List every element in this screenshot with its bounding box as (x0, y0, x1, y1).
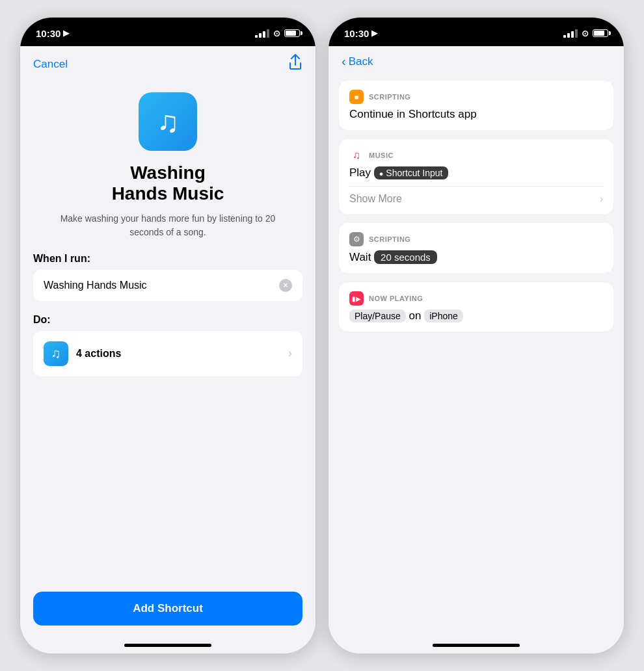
clear-button[interactable]: × (279, 279, 292, 292)
bar2r (567, 33, 570, 38)
left-phone: 10:30 ▶ ⊙ Cancel (20, 17, 316, 654)
category-label-wait: SCRIPTING (369, 235, 410, 243)
add-shortcut-button[interactable]: Add Shortcut (33, 592, 302, 625)
shortcut-input-label: Shortcut Input (386, 168, 442, 178)
bar1r (563, 35, 566, 38)
action-header-music: ♫ MUSIC (349, 148, 603, 163)
show-more-row[interactable]: Show More › (349, 193, 603, 205)
wait-value-pill[interactable]: 20 seconds (374, 250, 437, 264)
action-header-continue: ■ SCRIPTING (349, 90, 603, 104)
back-label: Back (349, 55, 373, 68)
battery-fill-left (286, 31, 296, 36)
action-card-wait[interactable]: ⚙ SCRIPTING Wait 20 seconds (339, 223, 613, 273)
app-title: WashingHands Music (112, 163, 224, 204)
back-chevron-icon: ‹ (342, 54, 346, 69)
wifi-icon-right: ⊙ (582, 29, 589, 38)
shortcut-name-value: Washing Hands Music (44, 280, 147, 291)
status-right-left: ⊙ (255, 29, 300, 38)
scripting-icon-wait: ⚙ (349, 232, 364, 246)
right-nav: ‹ Back (329, 46, 624, 74)
bar3 (263, 31, 265, 38)
action-header-wait: ⚙ SCRIPTING (349, 232, 603, 246)
action-header-now-playing: ▮▶ NOW PLAYING (349, 291, 603, 306)
share-button[interactable] (288, 54, 302, 74)
gear-icon: ⚙ (353, 235, 360, 244)
shortcut-name-input[interactable]: Washing Hands Music × (33, 270, 302, 301)
show-more-label: Show More (349, 193, 402, 205)
do-label: Do: (33, 314, 302, 326)
battery-fill-right (594, 31, 604, 36)
action-title-continue: Continue in Shortcuts app (349, 108, 603, 121)
wait-label: Wait (349, 251, 374, 263)
when-i-run-section: When I run: Washing Hands Music × Do: ♫ … (20, 253, 315, 396)
iphone-pill[interactable]: iPhone (424, 309, 463, 322)
actions-left: ♫ 4 actions (44, 341, 121, 366)
home-indicator-right (433, 644, 520, 647)
actions-chevron-icon: › (288, 347, 292, 360)
battery-left (284, 29, 300, 37)
music-category-icon: ♫ (349, 148, 364, 163)
status-left: 10:30 ▶ (36, 28, 69, 39)
right-phone: 10:30 ▶ ⊙ ‹ B (328, 17, 624, 654)
play-pause-pill[interactable]: Play/Pause (349, 309, 406, 322)
category-label-now-playing: NOW PLAYING (369, 295, 423, 302)
home-indicator-left (124, 644, 211, 647)
actions-icon-bg: ♫ (44, 341, 68, 366)
music-note-category-icon: ♫ (353, 150, 360, 161)
play-label: Play (349, 166, 374, 179)
action-divider-music (349, 186, 603, 187)
actions-music-icon: ♫ (51, 346, 61, 361)
music-note-icon: ♫ (157, 104, 180, 139)
left-phone-content: Cancel ♫ WashingHands Music Make washing… (20, 46, 315, 653)
actions-card[interactable]: ♫ 4 actions › (33, 331, 302, 376)
signal-bars-left (255, 29, 269, 38)
action-card-now-playing[interactable]: ▮▶ NOW PLAYING Play/Pause on iPhone (339, 282, 613, 332)
scripting-icon-continue: ■ (349, 90, 364, 104)
bar4 (267, 29, 269, 38)
phones-container: 10:30 ▶ ⊙ Cancel (7, 4, 637, 667)
location-icon-right: ▶ (371, 29, 377, 38)
clear-icon: × (283, 281, 288, 290)
status-bar-left: 10:30 ▶ ⊙ (20, 18, 315, 46)
time-left: 10:30 (36, 28, 60, 39)
cancel-button[interactable]: Cancel (33, 58, 68, 71)
signal-bars-right (563, 29, 578, 38)
now-playing-category-icon: ▮▶ (349, 291, 364, 306)
bar2 (259, 33, 262, 38)
action-card-continue[interactable]: ■ SCRIPTING Continue in Shortcuts app (339, 81, 613, 130)
battery-right (593, 29, 608, 37)
category-label-music: MUSIC (369, 151, 394, 159)
status-left-right: 10:30 ▶ (344, 28, 377, 39)
time-right: 10:30 (344, 28, 369, 39)
shortcut-input-pill[interactable]: ● Shortcut Input (374, 166, 448, 179)
actions-list: ■ SCRIPTING Continue in Shortcuts app ♫ … (329, 74, 624, 638)
action-title-now-playing: Play/Pause on iPhone (349, 309, 603, 322)
action-title-wait: Wait 20 seconds (349, 250, 603, 264)
play-pause-icon: ▮▶ (352, 295, 361, 302)
orange-icon-symbol: ■ (355, 93, 359, 101)
bar1 (255, 35, 258, 38)
wifi-icon-left: ⊙ (273, 29, 280, 38)
status-right-right: ⊙ (563, 29, 608, 38)
when-i-run-label: When I run: (33, 253, 302, 265)
bullet-icon: ● (379, 170, 384, 178)
status-bar-right: 10:30 ▶ ⊙ (329, 18, 624, 46)
app-icon-bg: ♫ (139, 92, 197, 151)
show-more-chevron-icon: › (600, 193, 603, 205)
right-phone-content: ‹ Back ■ SCRIPTING Continue in Shortcuts… (329, 46, 624, 653)
category-label-continue: SCRIPTING (369, 93, 410, 101)
left-nav: Cancel (20, 46, 315, 79)
app-icon-area: ♫ WashingHands Music Make washing your h… (20, 79, 315, 253)
app-description: Make washing your hands more fun by list… (46, 212, 289, 239)
action-card-music[interactable]: ♫ MUSIC Play ● Shortcut Input Show More (339, 139, 613, 214)
actions-count: 4 actions (76, 348, 121, 360)
location-icon-left: ▶ (63, 29, 69, 38)
back-button[interactable]: ‹ Back (342, 54, 373, 69)
on-label: on (409, 309, 425, 322)
bar4r (575, 29, 578, 38)
bar3r (571, 31, 574, 38)
action-title-music: Play ● Shortcut Input (349, 166, 603, 179)
